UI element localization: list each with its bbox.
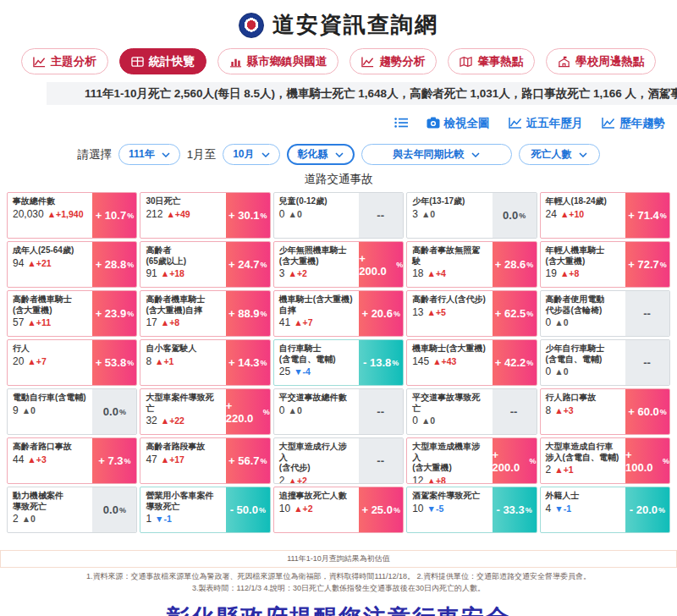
nav-stats-overview[interactable]: 統計快覽 (119, 48, 206, 74)
change-percent: + 200.0 (359, 252, 395, 278)
month-select[interactable]: 10月 (223, 144, 279, 165)
stat-value-row: 3▲0 (412, 208, 487, 220)
view-full-image-link[interactable]: 檢視全圖 (427, 116, 490, 131)
stat-value-row: 25▼-4 (279, 366, 355, 377)
stat-card[interactable]: 事故總件數20,030▲+1,940+ 10.7% (7, 192, 137, 239)
stat-label: 高齡者事故無照駕駛 (412, 245, 487, 267)
stat-card[interactable]: 行人路口事故8▲+3+ 60.0% (540, 388, 670, 435)
stat-card[interactable]: 高齡者 (65歲以上)91▲+18+ 24.7% (140, 241, 270, 288)
stats-grid: 事故總件數20,030▲+1,940+ 10.7%30日死亡212▲+49+ 3… (7, 192, 670, 533)
stat-card[interactable]: 大型車造成機車涉入 (含大重機)12▲+8+ 200.0% (406, 437, 537, 484)
stat-card[interactable]: 動力機械案件 導致死亡2▲00.0% (7, 487, 137, 533)
stat-card-body: 大型車造成機車涉入 (含大重機)12▲+8 (407, 438, 492, 483)
stat-value: 19 (546, 267, 557, 279)
stat-value: 2 (546, 464, 552, 476)
stats-table-icon (131, 56, 144, 68)
stat-value: 32 (146, 415, 157, 426)
change-badge: 0.0% (92, 389, 136, 434)
five-year-monthly-link[interactable]: 近五年歷月 (509, 116, 584, 131)
nav-county-township-highway[interactable]: 縣市鄉鎮與國道 (217, 48, 339, 74)
stat-card[interactable]: 機車騎士(含大重機)145▲+43+ 42.2% (406, 339, 537, 386)
nav-trend-analysis[interactable]: 趨勢分析 (350, 48, 437, 74)
county-select[interactable]: 彰化縣 (287, 144, 355, 165)
stat-card[interactable]: 平交道事故導致死亡0▲0-- (406, 388, 537, 435)
stat-card-body: 高齡者行人(含代步)13▲+5 (407, 291, 492, 336)
stat-card[interactable]: 高齡者路段事故47▲+17+ 56.7% (140, 437, 270, 484)
stat-delta: ▲+1 (554, 465, 573, 475)
nav-crash-hotspots[interactable]: 肇事熱點 (448, 48, 535, 74)
stat-card[interactable]: 少年無照機車騎士 (含大重機)3▲+2+ 200.0% (273, 241, 404, 288)
percent-sign: % (127, 359, 134, 367)
stat-card[interactable]: 年輕人機車騎士 (含大重機)19▲+8+ 72.7% (540, 241, 670, 288)
nav-label: 趨勢分析 (379, 54, 425, 69)
stat-card[interactable]: 成年人(25-64歲)94▲+21+ 28.8% (7, 241, 137, 288)
compare-select[interactable]: 與去年同期比較 (361, 144, 512, 165)
stat-card[interactable]: 平交道事故總件數0▲0-- (273, 388, 404, 435)
year-select[interactable]: 111年 (118, 144, 180, 165)
stat-value-row: 91▲+18 (146, 267, 221, 279)
change-percent: + 100.0 (625, 448, 662, 474)
stat-card[interactable]: 大型車案件導致死亡32▲+22+ 220.0% (140, 388, 270, 435)
stat-card[interactable]: 營業用小客車案件 導致死亡1▼-1- 50.0% (140, 487, 270, 533)
stat-value: 47 (146, 454, 157, 465)
stat-card[interactable]: 電動自行車(含電輔)9▲00.0% (7, 388, 137, 435)
stat-card[interactable]: 大型車造成自行車 涉入(含電自、電輔)2▲+1+ 100.0% (540, 437, 670, 484)
stat-card-body: 兒童(0-12歲)0▲0 (274, 193, 359, 238)
change-badge: - 20.0% (625, 487, 669, 532)
stat-card[interactable]: 高齡者行人(含代步)13▲+5+ 62.5% (406, 290, 537, 337)
stat-delta: ▲+8 (161, 317, 179, 327)
stat-delta: ▲+10 (560, 209, 584, 219)
nav-school-area-hotspots[interactable]: 學校周邊熱點 (546, 48, 656, 74)
stat-card[interactable]: 高齡者機車騎士 (含大重機)57▲+11+ 23.9% (7, 290, 137, 337)
stat-card[interactable]: 少年自行車騎士 (含電自、電輔)0▲0-- (540, 339, 670, 386)
percent-sign: % (519, 212, 526, 220)
stat-card[interactable]: 酒駕案件導致死亡10▼-5- 33.3% (406, 487, 537, 533)
camera-icon (427, 117, 440, 131)
stat-card[interactable]: 外籍人士4▼-1- 20.0% (540, 487, 670, 533)
stat-card[interactable]: 高齡者機車騎士 (含大重機)自摔17▲+8+ 88.9% (140, 290, 270, 337)
stat-card[interactable]: 高齡者使用電動 代步器(含輪椅)0▲0-- (540, 290, 670, 337)
stat-value-row: 0▲0 (546, 366, 621, 377)
change-badge: -- (359, 193, 403, 238)
view-full-image-label: 檢視全圖 (444, 116, 490, 131)
stat-value: 10 (412, 503, 423, 514)
stat-card[interactable]: 少年(13-17歲)3▲00.0% (406, 192, 537, 239)
metric-select[interactable]: 死亡人數 (519, 144, 600, 165)
stat-card[interactable]: 自小客駕駛人8▲+1+ 14.3% (140, 339, 270, 386)
stat-card[interactable]: 自行車騎士 (含電自、電輔)25▼-4- 13.8% (273, 339, 404, 386)
stat-value: 25 (279, 366, 290, 377)
stat-value-row: 0▲0 (279, 208, 355, 220)
stat-card[interactable]: 30日死亡212▲+49+ 30.1% (140, 192, 270, 239)
stat-card[interactable]: 高齡者路口事故44▲+3+ 7.3% (7, 437, 137, 484)
change-percent: + 42.2 (495, 356, 526, 369)
stat-card[interactable]: 機車騎士(含大重機) 自摔41▲+7+ 20.6% (273, 290, 404, 337)
percent-sign: % (127, 310, 134, 318)
nav-topic-analysis[interactable]: 主題分析 (21, 48, 108, 74)
stat-card[interactable]: 高齡者事故無照駕駛18▲+4+ 28.6% (406, 241, 537, 288)
stat-delta: ▼-1 (155, 514, 172, 524)
stat-label: 年輕人(18-24歲) (546, 196, 621, 207)
stat-delta: ▲0 (288, 209, 301, 219)
percent-sign: % (261, 359, 267, 367)
stat-label: 大型車造成機車涉入 (含大重機) (412, 442, 487, 474)
stat-card[interactable]: 大型車造成行人涉入 (含代步)2▲+2-- (273, 437, 404, 484)
change-badge: + 60.0% (625, 389, 669, 434)
change-percent: 0.0 (103, 503, 118, 516)
stat-value-row: 3▲+2 (279, 267, 355, 279)
stat-card[interactable]: 兒童(0-12歲)0▲0-- (273, 192, 404, 239)
compare-value: 與去年同期比較 (394, 147, 465, 162)
stat-card[interactable]: 行人20▲+7+ 53.8% (7, 339, 137, 386)
stat-card[interactable]: 追撞事故死亡人數10▲+2+ 25.0% (273, 487, 404, 533)
change-badge: -- (625, 340, 669, 385)
change-percent: + 23.9 (96, 307, 127, 320)
stat-card[interactable]: 年輕人(18-24歲)24▲+10+ 71.4% (540, 192, 670, 239)
page-title: 道安資訊查詢網 (272, 10, 438, 40)
percent-sign: % (259, 506, 266, 514)
line-chart-icon (33, 56, 46, 68)
yearly-trend-link[interactable]: 歷年趨勢 (602, 116, 665, 131)
stat-delta: ▲0 (22, 405, 36, 415)
list-view-button[interactable] (394, 117, 408, 131)
list-icon (394, 117, 408, 131)
stat-delta: ▲0 (554, 366, 568, 377)
stat-card-body: 高齡者機車騎士 (含大重機)自摔17▲+8 (140, 291, 225, 336)
